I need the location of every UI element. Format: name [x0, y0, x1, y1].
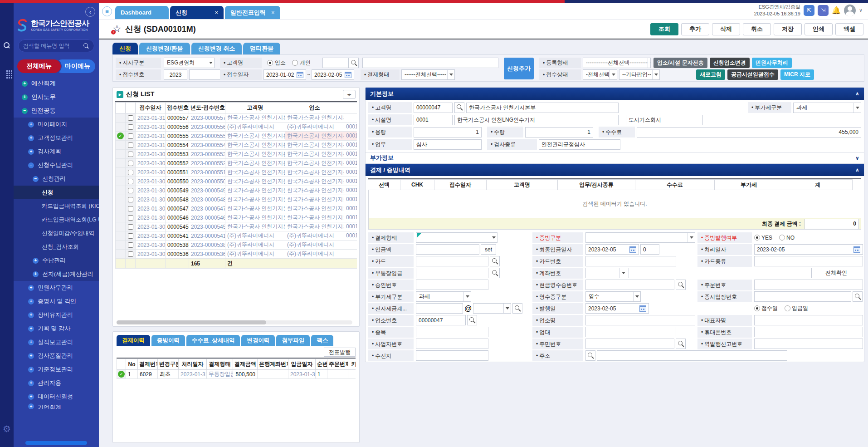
account-input[interactable]	[629, 268, 695, 278]
history-tab-4[interactable]: 변경이력	[241, 335, 275, 346]
menu-search-box[interactable]: 검색할 메뉴명 입력	[18, 39, 94, 52]
my-menu-button[interactable]: 마이메뉴	[55, 59, 95, 73]
customer-name[interactable]: 한국가스공사 인천기지본부	[466, 103, 619, 113]
table-row[interactable]: ✓2023-01-3100005552023-0000555한국가스공사 인천기…	[116, 132, 357, 141]
address-input[interactable]	[597, 350, 787, 361]
receipt-status-select2[interactable]: --기타팝업--	[619, 69, 660, 80]
subtab-1[interactable]: 신청	[112, 43, 138, 54]
search-icon[interactable]	[490, 256, 500, 266]
sidebar-item[interactable]: +장비유지관리	[14, 308, 99, 322]
receipt-date-to[interactable]: 2023-02-05	[312, 69, 354, 80]
row-checkbox[interactable]	[128, 188, 133, 193]
toolbar-button-3[interactable]: 삭제	[712, 23, 740, 35]
sidebar-item[interactable]: 신청	[14, 186, 99, 199]
pay-type-select[interactable]	[416, 232, 497, 243]
basic-info-header[interactable]: 기본정보∧	[366, 88, 864, 100]
window-tab-1[interactable]: Dashboard	[115, 6, 169, 19]
extra-info-header[interactable]: 부가정보∨	[366, 152, 864, 164]
bell-icon[interactable]: 🔔	[832, 6, 841, 15]
sidebar-item[interactable]: +관리자용	[14, 376, 99, 390]
row-checkbox[interactable]	[128, 152, 133, 157]
table-row[interactable]: 2023-01-3100005572023-0000557한국가스공사 인천기지…	[116, 113, 357, 123]
table-row[interactable]: 2023-01-3100005542023-0000554한국가스공사 인천기지…	[116, 141, 357, 150]
order-input[interactable]	[754, 280, 863, 290]
table-row[interactable]: 2023-01-3000005532023-0000553한국가스공사 인천기지…	[116, 150, 357, 159]
item-input[interactable]	[416, 327, 488, 337]
history-tab-1[interactable]: 결제이력	[117, 335, 150, 346]
radio-yes[interactable]	[754, 235, 760, 241]
add-application-button[interactable]: 신청추가	[504, 58, 534, 79]
row-checkbox[interactable]	[128, 251, 133, 257]
sidebar-collapse-button[interactable]: ‹	[85, 7, 95, 17]
inspect-value[interactable]: 안전관리규정심사	[539, 139, 620, 150]
receipt-kind-select[interactable]: 영수	[585, 291, 641, 302]
row-checkbox[interactable]	[128, 233, 133, 239]
search-icon[interactable]	[349, 58, 359, 68]
search-icon[interactable]	[83, 43, 89, 49]
calendar-icon[interactable]	[639, 305, 646, 312]
sidebar-item[interactable]: −신청수납관리	[14, 158, 99, 172]
search-icon[interactable]	[467, 315, 477, 325]
set-button[interactable]: set	[481, 244, 496, 255]
sidebar-item[interactable]: +실적보고관리	[14, 335, 99, 349]
row-checkbox[interactable]	[128, 142, 133, 148]
last-deposit-extra[interactable]: 0	[640, 244, 659, 255]
customer-name-input[interactable]	[362, 58, 498, 68]
reg-type-select[interactable]: ------------전체선택----------	[583, 58, 651, 68]
check-all-button[interactable]: 전체확인	[811, 268, 861, 278]
table-row[interactable]: 2023-01-3000005522023-0000552한국가스공사 인천기지…	[116, 159, 357, 168]
sidebar-item[interactable]: 카드입금내역조회 (KICC)	[14, 199, 99, 213]
filter-action-button[interactable]: 새로고침	[696, 69, 725, 80]
sidebar-item[interactable]: +데이터신뢰성	[14, 390, 99, 403]
table-row[interactable]: 2023-01-3000005512023-0000551한국가스공사 인천기지…	[116, 168, 357, 177]
window-tab-3[interactable]: 일반전표입력×	[225, 6, 280, 19]
subtab-2[interactable]: 신청변경/환불	[139, 43, 190, 54]
table-row[interactable]: 2023-01-3000005362023-0000536(주)귀뚜라미에너지(…	[116, 250, 357, 259]
sidebar-item[interactable]: +수납관리	[14, 254, 99, 267]
row-checkbox[interactable]	[128, 206, 133, 211]
gear-icon[interactable]: ⚙	[3, 423, 11, 434]
filter-action-button[interactable]: 신청업소변경	[710, 58, 750, 68]
branch-select[interactable]: ESG경영처	[164, 58, 215, 68]
shop-name-input[interactable]	[585, 315, 695, 325]
open-window-icon[interactable]: ⇲	[818, 5, 829, 16]
toolbar-button-1[interactable]: 조회	[650, 23, 678, 35]
biz-type-input[interactable]	[585, 327, 676, 337]
radio-deposit-date[interactable]	[785, 305, 790, 311]
history-tab-2[interactable]: 증빙이력	[151, 335, 185, 346]
row-checkbox[interactable]	[128, 215, 133, 221]
biz-no-input[interactable]	[416, 339, 488, 349]
table-row[interactable]: 2023-01-3000005492023-0000549한국가스공사 인천기지…	[116, 186, 357, 195]
toolbar-button-5[interactable]: 저장	[774, 23, 802, 35]
row-checkbox[interactable]	[128, 224, 133, 230]
receipt-year-input[interactable]: 2023	[164, 69, 187, 80]
radio-receipt-date[interactable]	[754, 305, 760, 311]
sidebar-item[interactable]: +전자(세금)계산관리	[14, 267, 99, 281]
external-link-icon[interactable]: ⇱	[804, 5, 814, 16]
receipt-status-select[interactable]: -전체선택	[583, 69, 617, 80]
history-tab-6[interactable]: 팩스	[311, 335, 333, 346]
table-row[interactable]: 2023-01-3000005462023-0000546한국가스공사 인천기지…	[116, 213, 357, 222]
sidebar-item[interactable]: +예산회계	[14, 77, 99, 90]
sidebar-item[interactable]: −신청관리	[14, 172, 99, 186]
capacity-value[interactable]: 1	[414, 127, 482, 138]
avatar[interactable]	[844, 5, 856, 16]
sub-biz-input[interactable]	[754, 291, 851, 302]
pay-type-select[interactable]: ------전체선택-----	[401, 69, 455, 80]
filter-action-button[interactable]: 공급시설일괄접수	[727, 69, 778, 80]
receipt-date-from[interactable]: 2023-01-02	[263, 69, 306, 80]
etax-input[interactable]	[416, 303, 463, 314]
sidebar-item[interactable]: +마이페이지	[14, 118, 99, 131]
close-icon[interactable]: ×	[271, 9, 275, 16]
sidebar-item[interactable]: +기준정보관리	[14, 363, 99, 376]
calendar-icon[interactable]	[345, 72, 351, 78]
card-input[interactable]	[416, 256, 488, 266]
sidebar-item[interactable]: +검사품질관리	[14, 349, 99, 363]
sidebar-item[interactable]: +증명서 및 각인	[14, 295, 99, 308]
vat-select[interactable]: 과세	[416, 291, 471, 302]
radio-business[interactable]	[267, 60, 273, 66]
close-icon[interactable]: ×	[215, 9, 218, 16]
history-tab-3[interactable]: 수수료_상세내역	[186, 335, 240, 346]
shop-no-input[interactable]: 00000047	[416, 315, 466, 325]
search-icon[interactable]	[585, 350, 595, 361]
